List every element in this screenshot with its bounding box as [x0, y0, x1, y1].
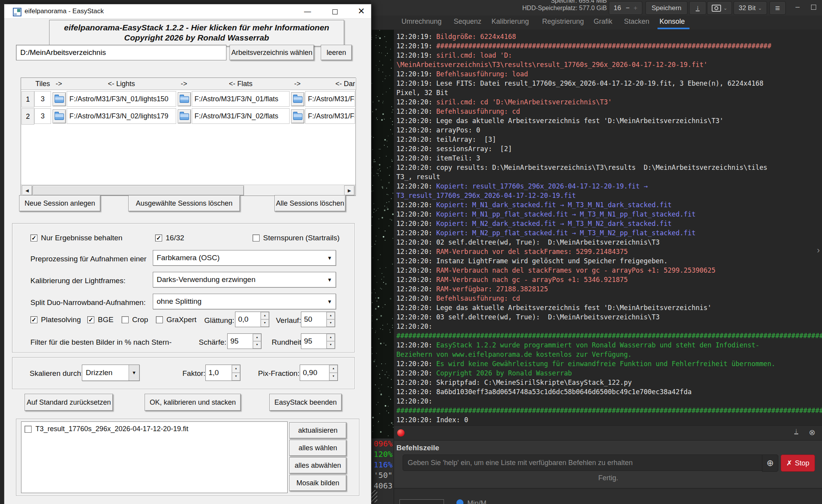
- row-number[interactable]: 1: [21, 91, 34, 107]
- info-banner-button[interactable]: eifelpanorama-EasyStack 1.2.2 - Hier kli…: [49, 20, 344, 46]
- panel-expander-chevron[interactable]: ›: [817, 245, 820, 256]
- spin-up-icon[interactable]: ▲: [261, 312, 269, 319]
- reset-defaults-button[interactable]: Auf Standard zurücksetzen: [25, 394, 113, 411]
- checkbox-icon[interactable]: [253, 234, 260, 241]
- spin-down-icon[interactable]: ▼: [327, 341, 335, 349]
- flats-folder-button[interactable]: [178, 92, 191, 106]
- checkbox-icon[interactable]: [25, 426, 32, 433]
- pix-fraction-value[interactable]: 0,90: [300, 365, 329, 381]
- quit-button[interactable]: EasyStack beenden: [269, 394, 342, 411]
- tab-konsole[interactable]: Konsole: [659, 18, 685, 26]
- close-button[interactable]: ✕: [352, 4, 370, 18]
- gradient-value[interactable]: 50: [301, 312, 326, 327]
- record-indicator-icon[interactable]: [397, 429, 405, 437]
- scroll-right-icon[interactable]: ▶: [344, 185, 355, 196]
- minimize-button[interactable]: —: [299, 4, 316, 18]
- tab-umrechnung[interactable]: Umrechnung: [401, 18, 442, 26]
- tab-registrierung[interactable]: Registrierung: [542, 18, 584, 26]
- build-mosaic-button[interactable]: Mosaik bilden: [289, 475, 346, 491]
- checkbox-icon[interactable]: [87, 316, 94, 323]
- checkbox-icon[interactable]: [155, 234, 162, 241]
- spin-down-icon[interactable]: ▼: [253, 341, 261, 349]
- tiles-cell[interactable]: 3: [34, 91, 51, 107]
- tab-sequenz[interactable]: Sequenz: [454, 18, 481, 26]
- threads-spinbox[interactable]: 16 − +: [609, 1, 642, 15]
- workdir-field[interactable]: D:/MeinArbeitsverzeichnis: [16, 45, 226, 60]
- save-button[interactable]: Speichern: [645, 1, 688, 15]
- scale-method-dropdown[interactable]: Drizzlen ▼: [82, 365, 140, 381]
- spin-up-icon[interactable]: ▲: [253, 334, 261, 341]
- smoothing-spinner[interactable]: 0,0 ▲▼: [235, 312, 269, 327]
- save-as-button[interactable]: ↓: [689, 1, 706, 15]
- ok-stack-button[interactable]: OK, kalibrieren und stacken: [145, 394, 241, 411]
- new-session-button[interactable]: Neue Session anlegen: [19, 195, 101, 211]
- refresh-button[interactable]: aktualisieren: [289, 422, 346, 439]
- pix-fraction-spinner[interactable]: 0,90 ▲▼: [300, 365, 338, 381]
- spin-up-icon[interactable]: ▲: [232, 365, 240, 373]
- easystack-titlebar[interactable]: eifelpanorama - EasyStack — ✕: [4, 4, 371, 19]
- maximize-button[interactable]: [326, 4, 344, 18]
- sharpness-spinner[interactable]: 95 ▲▼: [227, 333, 262, 349]
- spin-down-icon[interactable]: ▼: [329, 373, 338, 381]
- deselect-all-button[interactable]: alles abwählen: [289, 457, 346, 474]
- tab-stacken[interactable]: Stacken: [624, 18, 649, 26]
- keep-results-checkbox[interactable]: Nur Ergebnisse behalten: [30, 234, 122, 242]
- spin-up-icon[interactable]: ▲: [329, 365, 338, 373]
- row-number[interactable]: 2: [21, 108, 34, 125]
- darks-folder-button[interactable]: [291, 92, 304, 106]
- sharpness-value[interactable]: 95: [228, 334, 253, 349]
- scroll-left-icon[interactable]: ◀: [22, 185, 32, 196]
- spin-down-icon[interactable]: ▼: [261, 319, 269, 327]
- spin-up-icon[interactable]: ▲: [327, 334, 335, 341]
- restore-button[interactable]: [811, 5, 816, 10]
- checkbox-icon[interactable]: [30, 234, 37, 241]
- delete-all-sessions-button[interactable]: Alle Sessions löschen: [274, 195, 346, 211]
- bitdepth-checkbox[interactable]: 16/32: [155, 234, 184, 242]
- results-list[interactable]: T3_result_17760s_296x_2026-04-17-12-20-1…: [21, 421, 288, 493]
- tab-kalibrierung[interactable]: Kalibrierung: [491, 18, 529, 26]
- hamburger-menu-button[interactable]: ≡: [769, 1, 786, 15]
- list-item[interactable]: T3_result_17760s_296x_2026-04-17-12-20-1…: [21, 422, 287, 433]
- factor-value[interactable]: 1,0: [206, 365, 232, 381]
- flats-path-cell[interactable]: F:/Astro/M31/F3/N_02/flats: [192, 108, 290, 124]
- bit-depth-dropdown[interactable]: 32 Bit ⌄: [734, 1, 767, 15]
- delete-selected-sessions-button[interactable]: Ausgewählte Sessions löschen: [128, 195, 240, 211]
- flats-folder-button[interactable]: [178, 109, 191, 123]
- stop-button[interactable]: ✗ Stop: [781, 455, 815, 472]
- factor-spinner[interactable]: 1,0 ▲▼: [205, 365, 240, 381]
- spin-up-icon[interactable]: ▲: [327, 312, 335, 319]
- bge-checkbox[interactable]: BGE: [87, 315, 113, 324]
- clear-workdir-button[interactable]: leeren: [321, 45, 352, 60]
- calibration-dropdown[interactable]: Darks-Verwendung erzwingen ▼: [153, 272, 336, 287]
- radio-selected-icon[interactable]: [456, 499, 463, 504]
- smoothing-value[interactable]: 0,0: [235, 312, 260, 327]
- select-all-button[interactable]: alles wählen: [289, 440, 346, 456]
- lights-path-cell[interactable]: F:/Astro/M31/F3/N_01/lights150: [67, 91, 176, 107]
- graxpert-checkbox[interactable]: GraXpert: [156, 315, 196, 324]
- spin-down-icon[interactable]: ▼: [327, 319, 335, 327]
- roundness-spinner[interactable]: 95 ▲▼: [301, 333, 335, 349]
- snapshot-button[interactable]: ⌄: [707, 1, 732, 15]
- tab-grafik[interactable]: Grafik: [594, 18, 612, 26]
- darks-folder-button[interactable]: [291, 109, 304, 123]
- lights-folder-button[interactable]: [53, 109, 66, 123]
- horizontal-scrollbar[interactable]: ◀ ▶: [21, 185, 355, 196]
- lights-path-cell[interactable]: F:/Astro/M31/F3/N_02/lights179: [67, 108, 176, 124]
- split-dropdown[interactable]: ohne Splitting ▼: [153, 294, 336, 309]
- spin-down-icon[interactable]: ▼: [232, 373, 240, 381]
- export-log-icon[interactable]: ↓: [794, 428, 799, 434]
- startrails-checkbox[interactable]: Sternspuren (Startrails): [253, 234, 339, 242]
- roundness-value[interactable]: 95: [301, 334, 326, 349]
- gradient-spinner[interactable]: 50 ▲▼: [301, 312, 335, 327]
- console-output[interactable]: 12:20:19: Bildgröße: 6224x416812:20:19: …: [394, 30, 822, 425]
- flats-path-cell[interactable]: F:/Astro/M31/F3/N_01/flats: [192, 91, 290, 107]
- choose-workdir-button[interactable]: Arbeitsverzeichnis wählen: [230, 45, 314, 60]
- checkbox-icon[interactable]: [30, 316, 37, 323]
- threads-increment-icon[interactable]: +: [633, 4, 637, 12]
- resize-grip[interactable]: [371, 490, 377, 502]
- darks-path-cell[interactable]: F:/Astro/M31/F3/: [305, 91, 355, 107]
- online-help-button[interactable]: ⊕: [762, 455, 778, 472]
- command-input[interactable]: [403, 455, 764, 471]
- scrollbar-thumb[interactable]: [33, 185, 244, 196]
- threads-decrement-icon[interactable]: −: [626, 4, 630, 12]
